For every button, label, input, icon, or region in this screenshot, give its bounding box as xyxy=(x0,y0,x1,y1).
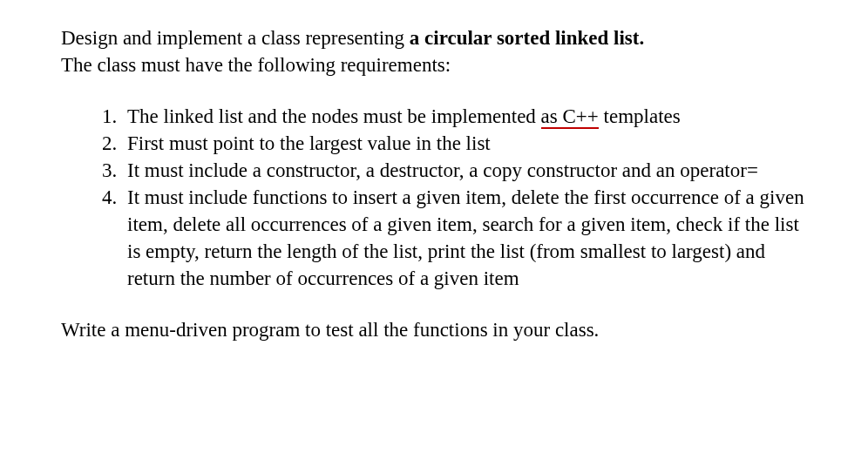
intro-line2: The class must have the following requir… xyxy=(61,54,451,76)
list-item: It must include a constructor, a destruc… xyxy=(122,157,807,184)
intro-pre: Design and implement a class representin… xyxy=(61,27,410,49)
intro-paragraph: Design and implement a class representin… xyxy=(61,24,807,78)
document-page: Design and implement a class representin… xyxy=(0,0,868,361)
item1-pre: The linked list and the nodes must be im… xyxy=(127,105,541,127)
item1-post: templates xyxy=(599,105,681,127)
outro-paragraph: Write a menu-driven program to test all … xyxy=(61,316,807,343)
requirements-list: The linked list and the nodes must be im… xyxy=(61,103,807,292)
intro-bold: a circular sorted linked list. xyxy=(410,27,644,49)
item1-underlined: as C++ xyxy=(541,105,599,129)
item4-text: It must include functions to insert a gi… xyxy=(127,186,804,289)
list-item: It must include functions to insert a gi… xyxy=(122,184,807,292)
outro-text: Write a menu-driven program to test all … xyxy=(61,319,599,341)
list-item: The linked list and the nodes must be im… xyxy=(122,103,807,130)
item3-text: It must include a constructor, a destruc… xyxy=(127,159,758,181)
item2-text: First must point to the largest value in… xyxy=(127,132,491,154)
list-item: First must point to the largest value in… xyxy=(122,130,807,157)
